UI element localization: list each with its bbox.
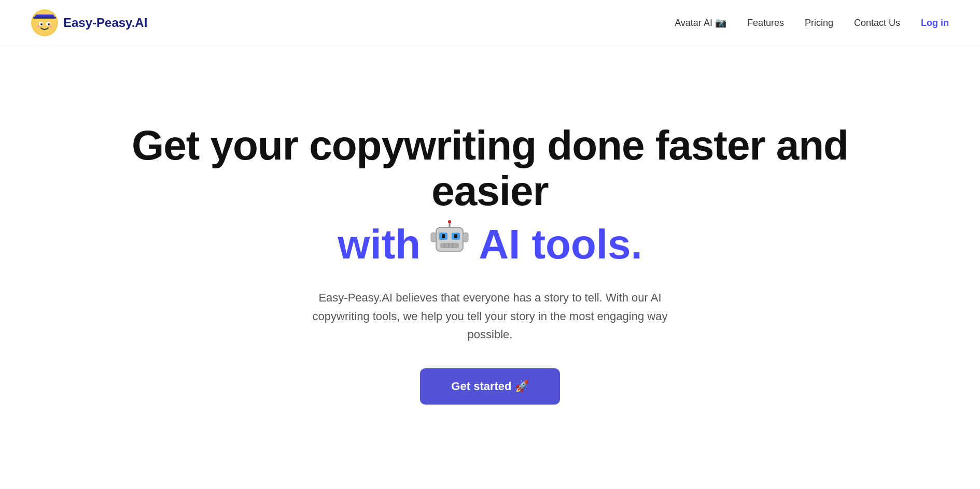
svg-point-11 (448, 220, 451, 223)
nav-avatar-ai[interactable]: Avatar AI 📷 (675, 17, 726, 28)
cta-label: Get started 🚀 (451, 380, 528, 393)
svg-rect-16 (454, 234, 457, 238)
nav-login[interactable]: Log in (921, 18, 949, 28)
svg-rect-3 (33, 17, 56, 19)
nav-features-label: Features (747, 18, 784, 28)
nav-features[interactable]: Features (747, 18, 784, 28)
nav-contact-label: Contact Us (854, 18, 900, 28)
svg-point-7 (48, 23, 50, 25)
hero-description: Easy-Peasy.AI believes that everyone has… (309, 289, 671, 343)
get-started-button[interactable]: Get started 🚀 (420, 368, 559, 405)
hero-subtitle: with (338, 219, 642, 270)
hero-subtitle-suffix: AI tools. (479, 220, 642, 269)
logo-avatar-icon (31, 9, 58, 36)
nav-pricing-label: Pricing (805, 18, 833, 28)
robot-icon (429, 219, 470, 270)
nav-contact[interactable]: Contact Us (854, 18, 900, 28)
svg-rect-15 (442, 234, 445, 238)
nav-links: Avatar AI 📷 Features Pricing Contact Us … (675, 17, 949, 28)
nav-login-label: Log in (921, 18, 949, 28)
hero-title-text1: Get your copywriting done faster and (132, 122, 848, 168)
svg-point-1 (32, 10, 57, 35)
svg-rect-22 (463, 233, 468, 242)
hero-title-text2: easier (431, 168, 548, 214)
svg-rect-21 (431, 233, 436, 242)
svg-point-8 (37, 25, 40, 28)
svg-point-9 (49, 25, 52, 28)
hero-subtitle-prefix: with (338, 220, 421, 269)
hero-title-line1: Get your copywriting done faster and eas… (132, 123, 848, 214)
logo-link[interactable]: Easy-Peasy.AI (31, 9, 147, 36)
nav-pricing[interactable]: Pricing (805, 18, 833, 28)
hero-section: Get your copywriting done faster and eas… (0, 46, 980, 471)
svg-point-6 (40, 23, 43, 25)
svg-rect-17 (440, 243, 459, 248)
brand-name: Easy-Peasy.AI (63, 16, 147, 30)
navbar: Easy-Peasy.AI Avatar AI 📷 Features Prici… (0, 0, 980, 46)
nav-avatar-ai-label: Avatar AI 📷 (675, 17, 726, 28)
